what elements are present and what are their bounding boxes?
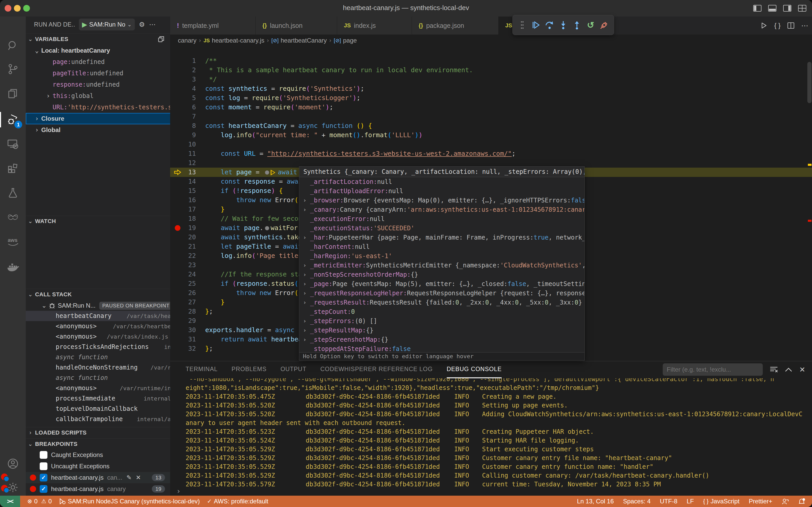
customize-layout-icon[interactable] xyxy=(797,3,807,13)
close-panel-icon[interactable]: ✕ xyxy=(799,365,805,374)
cursor-position-status[interactable]: Ln 13, Col 16 xyxy=(577,498,614,505)
popup-property-row[interactable]: ›_requestResponseLogHelper: RequestRespo… xyxy=(299,289,584,298)
testing-icon[interactable] xyxy=(0,181,26,204)
variable-row[interactable]: URL: 'http://synthetics-testers.s3-w…' xyxy=(26,102,170,113)
console-filter-input[interactable] xyxy=(663,363,763,376)
toggle-primary-sidebar-icon[interactable] xyxy=(752,3,762,13)
remove-breakpoint-icon[interactable]: ✕ xyxy=(136,474,141,481)
docker-icon[interactable] xyxy=(0,256,26,279)
watch-section-header[interactable]: ⌄WATCH xyxy=(26,216,170,227)
notifications-bell-icon[interactable] xyxy=(798,498,805,505)
tab-template-yml[interactable]: !template.yml xyxy=(170,16,256,35)
variables-section-header[interactable]: ⌄VARIABLES xyxy=(26,34,170,45)
breakpoint-dot-icon[interactable] xyxy=(174,223,182,233)
more-actions-icon[interactable]: ⋯ xyxy=(149,21,156,29)
popup-property-row[interactable]: _harContent: null xyxy=(299,242,584,251)
breadcrumb-item[interactable]: JSheartbeat-canary.js xyxy=(203,37,264,44)
stack-frame-row[interactable]: callbackTrampolineinternal/async... xyxy=(26,414,170,424)
breadcrumb-item[interactable]: canary xyxy=(178,37,196,44)
split-editor-icon[interactable] xyxy=(787,22,795,29)
popup-property-row[interactable]: _artifactUploadError: null xyxy=(299,186,584,196)
popup-property-row[interactable]: _harRegion: 'us-east-1' xyxy=(299,251,584,261)
step-into-icon[interactable] xyxy=(558,19,569,31)
breakpoint-checkbox[interactable] xyxy=(40,485,48,493)
breadcrumb-item[interactable]: [⊘]heartbeatCanary xyxy=(271,37,327,44)
panel-tab-debug-console[interactable]: DEBUG CONSOLE xyxy=(447,361,502,378)
popup-property-row[interactable]: ›_canary: Canary {canaryArn: 'arn:aws:sy… xyxy=(299,205,584,214)
debug-session-status[interactable]: SAM:Run NodeJS Canary (synthetics-local-… xyxy=(59,498,200,505)
formatter-status[interactable]: Prettier+ xyxy=(749,498,772,505)
codewhisperer-icon[interactable] xyxy=(0,206,26,229)
tab-index-js[interactable]: JSindex.js xyxy=(337,16,412,35)
variable-scope-row[interactable]: ›Closure xyxy=(26,113,170,124)
problems-status[interactable]: ⊗0 ⚠0 xyxy=(27,498,52,505)
toggle-panel-icon[interactable] xyxy=(767,3,777,13)
continue-icon[interactable] xyxy=(530,19,542,31)
stack-frame-row[interactable]: async function xyxy=(26,352,170,362)
debug-console-output[interactable]: "--no-sandbox","--no-zygote","--use-gl=s… xyxy=(170,378,812,487)
popup-property-row[interactable]: _stoppedAtStepFailure: false xyxy=(299,344,584,352)
popup-property-row[interactable]: _executionError: null xyxy=(299,214,584,224)
breakpoint-row[interactable]: Uncaught Exceptions xyxy=(26,461,170,472)
variable-scope-row[interactable]: ⌄Local: heartbeatCanary xyxy=(26,45,170,56)
popup-property-row[interactable]: ›_har: PuppeteerHar {page: Page, mainFra… xyxy=(299,233,584,242)
extensions-icon[interactable] xyxy=(0,157,26,179)
step-out-icon[interactable] xyxy=(571,19,582,31)
toolbar-grip-icon[interactable] xyxy=(516,19,528,31)
source-control-icon[interactable] xyxy=(0,58,26,80)
popup-property-row[interactable]: ›_metricEmitter: SyntheticsMetricEmitter… xyxy=(299,261,584,270)
remote-explorer-icon[interactable] xyxy=(0,132,26,155)
breakpoint-row[interactable]: heartbeat-canary.jscan...✎✕13 xyxy=(26,472,170,483)
copy-value-icon[interactable] xyxy=(158,36,165,43)
stack-frame-row[interactable]: handleOnceNonStreaming/var/runti... xyxy=(26,362,170,373)
braces-icon[interactable]: { } xyxy=(774,22,780,30)
launch-config-dropdown[interactable]: ▶ SAM:Run No ⌄ xyxy=(79,18,135,31)
clear-console-icon[interactable] xyxy=(770,366,778,373)
run-and-debug-icon[interactable]: 1 xyxy=(0,108,26,131)
breakpoint-checkbox[interactable] xyxy=(40,451,48,459)
stack-frame-row[interactable]: <anonymous>/var/task/heartbeat-c... xyxy=(26,321,170,331)
popup-property-row[interactable]: ›_stepScreenshotMap: {} xyxy=(299,335,584,344)
aws-profile-status[interactable]: ✓ AWS: profile:default xyxy=(207,498,268,505)
accounts-icon[interactable] xyxy=(0,452,26,475)
tab-package-json[interactable]: {}package.json xyxy=(412,16,499,35)
stack-frame-row[interactable]: processTicksAndRejectionsintern... xyxy=(26,342,170,352)
disconnect-icon[interactable] xyxy=(599,19,610,31)
popup-property-row[interactable]: ›_stepErrors: (0) [] xyxy=(299,317,584,326)
popup-property-row[interactable]: _executionStatus: 'SUCCEEDED' xyxy=(299,224,584,233)
stack-frame-row[interactable]: <anonymous>/var/task/index.js77:45 xyxy=(26,331,170,342)
variable-scope-row[interactable]: ›Global xyxy=(26,124,170,136)
call-stack-section-header[interactable]: ⌄CALL STACK xyxy=(26,289,170,300)
panel-tab-output[interactable]: OUTPUT xyxy=(280,361,307,378)
panel-tab-problems[interactable]: PROBLEMS xyxy=(232,361,266,378)
popup-property-row[interactable]: ›_page: Page {eventsMap: Map(5), emitter… xyxy=(299,279,584,289)
language-status[interactable]: { }JavaScript xyxy=(703,498,740,505)
toggle-secondary-sidebar-icon[interactable] xyxy=(782,3,793,13)
panel-tab-terminal[interactable]: TERMINAL xyxy=(186,361,217,378)
popup-property-row[interactable]: ›_browser: Browser {eventsMap: Map(0), e… xyxy=(299,196,584,205)
variable-row[interactable]: response: undefined xyxy=(26,79,170,90)
inline-breakpoint-dot-icon[interactable] xyxy=(265,226,269,230)
debug-settings-gear-icon[interactable]: ⚙ xyxy=(139,21,145,29)
popup-property-row[interactable]: ›_nonStepScreenshotOrderMap: {} xyxy=(299,270,584,279)
variable-row[interactable]: page: undefined xyxy=(26,56,170,67)
breakpoint-row[interactable]: Caught Exceptions xyxy=(26,449,170,461)
popup-property-row[interactable]: ›_stepResultMap: {} xyxy=(299,326,584,335)
edit-breakpoint-icon[interactable]: ✎ xyxy=(126,474,131,481)
start-debug-icon[interactable]: ▶ xyxy=(82,21,87,29)
eol-status[interactable]: LF xyxy=(687,498,694,505)
stack-frame-row[interactable]: <anonymous>/var/runtime/index.mjs xyxy=(26,383,170,393)
loaded-scripts-section-header[interactable]: ›LOADED SCRIPTS xyxy=(26,427,170,438)
tab-launch-json[interactable]: {}launch.json xyxy=(256,16,337,35)
breakpoint-row[interactable]: heartbeat-canary.jscanary19 xyxy=(26,483,170,495)
maximize-panel-icon[interactable] xyxy=(785,367,792,372)
restart-icon[interactable]: ↺ xyxy=(585,19,596,31)
console-input-prompt[interactable]: › xyxy=(176,487,181,495)
popup-property-row[interactable]: ›_requestsResult: RequestsResult {failed… xyxy=(299,298,584,307)
variable-row[interactable]: pageTitle: undefined xyxy=(26,67,170,79)
run-file-icon[interactable] xyxy=(760,22,767,29)
breakpoints-section-header[interactable]: ⌄BREAKPOINTS xyxy=(26,438,170,449)
breakpoint-checkbox[interactable] xyxy=(40,474,48,482)
popup-property-row[interactable]: _stepCount: 0 xyxy=(299,307,584,317)
feedback-icon[interactable] xyxy=(782,498,789,505)
